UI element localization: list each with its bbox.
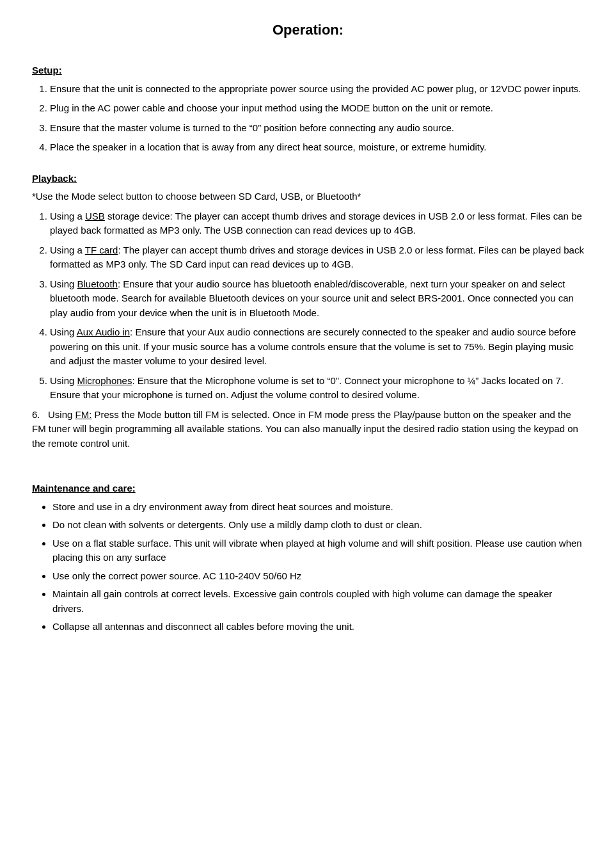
- spacer: [32, 458, 584, 470]
- setup-list: Ensure that the unit is connected to the…: [50, 82, 584, 155]
- list-item: Using Aux Audio in: Ensure that your Aux…: [50, 325, 584, 369]
- playback-list: Using a USB storage device: The player c…: [50, 209, 584, 403]
- maintenance-list: Store and use in a dry environment away …: [52, 500, 584, 634]
- list-item: Use only the correct power source. AC 11…: [52, 569, 584, 584]
- maintenance-heading: Maintenance and care:: [32, 481, 136, 496]
- microphones-label: Microphones: [77, 375, 132, 386]
- aux-label: Aux Audio in: [77, 326, 130, 337]
- list-item: Using a USB storage device: The player c…: [50, 209, 584, 238]
- list-item: Using Bluetooth: Ensure that your audio …: [50, 277, 584, 321]
- playback-section: Playback: *Use the Mode select button to…: [32, 160, 584, 451]
- setup-section: Setup: Ensure that the unit is connected…: [32, 52, 584, 155]
- list-item: Using Microphones: Ensure that the Micro…: [50, 374, 584, 403]
- setup-heading: Setup:: [32, 63, 62, 78]
- list-item: Store and use in a dry environment away …: [52, 500, 584, 515]
- usb-label: USB: [85, 211, 105, 221]
- list-item: Maintain all gain controls at correct le…: [52, 587, 584, 616]
- tf-label: TF card: [85, 245, 118, 255]
- list-item: Ensure that the master volume is turned …: [50, 121, 584, 136]
- list-item: Using a TF card: The player can accept t…: [50, 243, 584, 272]
- list-item: Ensure that the unit is connected to the…: [50, 82, 584, 97]
- list-item: Plug in the AC power cable and choose yo…: [50, 101, 584, 116]
- list-item: Do not clean with solvents or detergents…: [52, 518, 584, 533]
- playback-heading: Playback:: [32, 172, 77, 186]
- bluetooth-label: Bluetooth: [77, 278, 118, 289]
- fm-paragraph: 6. Using FM: Press the Mode button till …: [32, 408, 584, 451]
- list-item: Place the speaker in a location that is …: [50, 140, 584, 155]
- page-title: Operation:: [32, 19, 584, 40]
- playback-note: *Use the Mode select button to choose be…: [32, 189, 584, 204]
- fm-label: FM:: [75, 409, 92, 420]
- list-item: Use on a flat stable surface. This unit …: [52, 536, 584, 565]
- maintenance-section: Maintenance and care: Store and use in a…: [32, 470, 584, 634]
- list-item: Collapse all antennas and disconnect all…: [52, 620, 584, 634]
